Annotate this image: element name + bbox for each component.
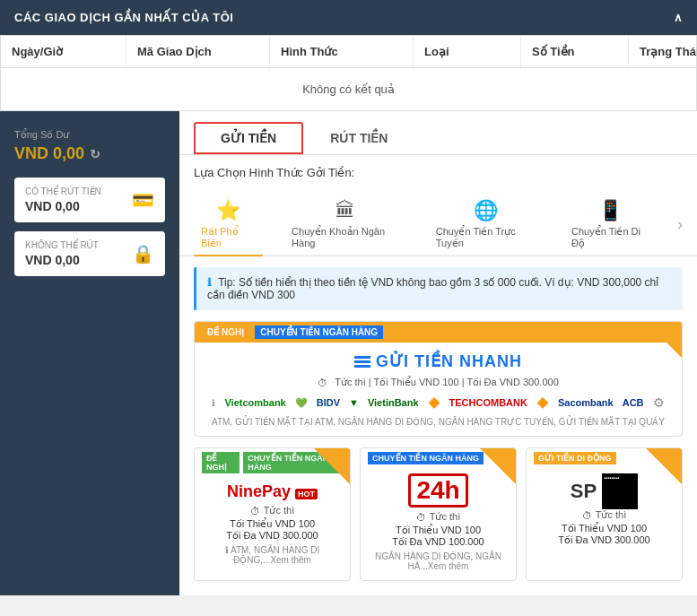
24h-max: Tối Đa VND 100.000 bbox=[370, 536, 507, 548]
cannot-withdraw-value: VND 0,00 bbox=[25, 253, 99, 267]
locked-card-icon: 🔒 bbox=[132, 243, 154, 265]
ninepay-corner-ribbon bbox=[314, 448, 350, 484]
main-content: Tổng Số Dư VND 0,00 ↻ CÓ THỂ RÚT TIỀN VN… bbox=[0, 111, 697, 595]
24h-min: Tối Thiểu VND 100 bbox=[370, 525, 507, 536]
clock-icon: ⏱ bbox=[416, 512, 426, 523]
ninepay-min: Tối Thiểu VND 100 bbox=[204, 518, 341, 530]
col-amount: Số Tiền bbox=[521, 36, 629, 67]
col-date: Ngày/Giờ bbox=[1, 36, 126, 67]
ninepay-card-body: NinePay HOT ⏱ Tức thì Tối Thiểu VND 100 … bbox=[195, 477, 350, 574]
balance-value: VND 0,00 ↻ bbox=[14, 144, 165, 163]
collapse-icon[interactable]: ∧ bbox=[674, 11, 684, 24]
col-status: Trạng Thái bbox=[629, 36, 697, 67]
method-popular[interactable]: ⭐ Rất Phổ Biến bbox=[194, 194, 263, 256]
methods-chevron-right[interactable]: › bbox=[677, 215, 683, 234]
col-type: Loại bbox=[414, 36, 521, 67]
cannot-withdraw-label: KHÔNG THỂ RÚT bbox=[25, 240, 99, 250]
logo-techcombank: TECHCOMBANK bbox=[449, 397, 527, 408]
tab-withdraw[interactable]: RÚT TIỀN bbox=[303, 122, 414, 154]
section-header: CÁC GIAO DỊCH GẦN NHẤT CỦA TÔI ∧ bbox=[0, 0, 697, 35]
table-header: Ngày/Giờ Mã Giao Dịch Hình Thức Loại Số … bbox=[1, 36, 696, 68]
tip-box: ℹ Tip: Số tiền hiển thị theo tiền tệ VND… bbox=[194, 267, 683, 310]
bottom-cards: ĐỀ NGHỊ CHUYỂN TIỀN NGÂN HÀNG NinePay HO… bbox=[179, 447, 697, 595]
deposit-form-label: Lựa Chọn Hình Thức Gởi Tiền: bbox=[179, 155, 697, 187]
balance-label: Tổng Số Dư bbox=[14, 129, 165, 141]
method-mobile[interactable]: 📱 Chuyển Tiền Di Độ bbox=[564, 194, 656, 256]
ninepay-logo: NinePay HOT bbox=[204, 482, 341, 501]
col-method: Hình Thức bbox=[270, 36, 414, 67]
tabs-row: GỬI TIỀN RÚT TIỀN bbox=[179, 111, 697, 155]
can-withdraw-label: CÓ THỂ RÚT TIỀN bbox=[25, 187, 101, 196]
corner-ribbon bbox=[646, 322, 682, 358]
cannot-withdraw-card: KHÔNG THỂ RÚT VND 0,00 🔒 bbox=[14, 231, 165, 276]
24h-instant: ⏱ Tức thì bbox=[370, 511, 507, 523]
can-withdraw-card: CÓ THỂ RÚT TIỀN VND 0,00 💳 bbox=[14, 178, 165, 222]
sp-card[interactable]: GỬI TIỀN DI ĐỘNG SP ⏱ Tức thì Tối Thiểu … bbox=[526, 447, 683, 581]
clock-icon: ⏱ bbox=[250, 506, 260, 516]
star-icon: ⭐ bbox=[216, 199, 240, 222]
info-icon: ℹ bbox=[207, 276, 212, 289]
transactions-table: Ngày/Giờ Mã Giao Dịch Hình Thức Loại Số … bbox=[0, 35, 697, 111]
info-icon: ℹ bbox=[225, 545, 229, 555]
main-card-header: ĐỀ NGHỊ CHUYỂN TIỀN NGÂN HÀNG bbox=[195, 322, 682, 343]
main-card-subtitle: ⏱ Tức thì | Tối Thiểu VND 100 | Tối Đa V… bbox=[205, 377, 671, 388]
speed-lines-icon bbox=[354, 356, 370, 368]
logo-bidv: BIDV bbox=[317, 397, 340, 408]
method-bank-transfer[interactable]: 🏛 Chuyển Khoản Ngân Hàng bbox=[284, 194, 407, 256]
ninepay-note: ℹ ATM, NGÂN HÀNG DI ĐỘNG,...Xem thêm bbox=[204, 545, 341, 565]
payment-methods: ⭐ Rất Phổ Biến 🏛 Chuyển Khoản Ngân Hàng … bbox=[179, 187, 697, 256]
right-panel: GỬI TIỀN RÚT TIỀN Lựa Chọn Hình Thức Gởi… bbox=[179, 111, 697, 595]
logo-vietinbank: VietinBank bbox=[368, 397, 419, 408]
ninepay-max: Tối Đa VND 300.000 bbox=[204, 530, 341, 542]
method-online[interactable]: 🌐 Chuyển Tiền Trực Tuyến bbox=[429, 194, 543, 256]
sp-corner-ribbon bbox=[646, 448, 682, 484]
ninepay-badge1: ĐỀ NGHỊ bbox=[202, 452, 240, 473]
badge-de-nghi: ĐỀ NGHỊ bbox=[202, 325, 249, 339]
bank-logos: ℹ Vietcombank 💚 BIDV ▼ VietinBank 🔶 TECH… bbox=[205, 395, 671, 410]
main-card-body: GỬI TIỀN NHANH ⏱ Tức thì | Tối Thiểu VND… bbox=[195, 343, 682, 436]
tab-deposit[interactable]: GỬI TIỀN bbox=[194, 122, 303, 154]
logo-sacombank: Sacombank bbox=[558, 397, 614, 408]
can-withdraw-value: VND 0,00 bbox=[25, 199, 101, 213]
bank-icon: 🏛 bbox=[335, 199, 355, 222]
ninepay-card[interactable]: ĐỀ NGHỊ CHUYỂN TIỀN NGÂN HÀNG NinePay HO… bbox=[194, 447, 351, 581]
mobile-icon: 📱 bbox=[598, 199, 623, 222]
logo-acb: ACB bbox=[623, 397, 644, 408]
24h-note: NGÂN HÀNG DI ĐỘNG, NGÂN HÀ...Xem thêm bbox=[370, 551, 507, 571]
table-empty-message: Không có kết quả bbox=[1, 68, 696, 110]
sp-badge1: GỬI TIỀN DI ĐỘNG bbox=[534, 452, 616, 464]
withdraw-card-icon: 💳 bbox=[132, 189, 154, 211]
24h-card[interactable]: CHUYỂN TIỀN NGÂN HÀNG 24h ⏱ Tức thì Tối … bbox=[360, 447, 517, 581]
main-bank-card[interactable]: ĐỀ NGHỊ CHUYỂN TIỀN NGÂN HÀNG GỬI TIỀN N… bbox=[194, 321, 683, 437]
sp-min: Tối Thiểu VND 100 bbox=[536, 523, 673, 534]
sp-max: Tối Đa VND 300.000 bbox=[536, 534, 673, 546]
sp-instant: ⏱ Tức thì bbox=[536, 509, 673, 521]
main-card-note: ATM, GỬI TIỀN MẶT TẠI ATM, NGÂN HÀNG DI … bbox=[205, 417, 671, 427]
qr-code-icon bbox=[602, 473, 638, 509]
left-sidebar: Tổng Số Dư VND 0,00 ↻ CÓ THỂ RÚT TIỀN VN… bbox=[0, 111, 179, 595]
badge-chuyen-tien: CHUYỂN TIỀN NGÂN HÀNG bbox=[255, 325, 383, 339]
col-id: Mã Giao Dịch bbox=[126, 36, 270, 67]
ninepay-instant: ⏱ Tức thì bbox=[204, 505, 341, 516]
section-title: CÁC GIAO DỊCH GẦN NHẤT CỦA TÔI bbox=[14, 11, 233, 24]
24h-corner-ribbon bbox=[480, 448, 516, 484]
clock-icon: ⏱ bbox=[582, 510, 592, 521]
24h-card-body: 24h ⏱ Tức thì Tối Thiểu VND 100 Tối Đa V… bbox=[361, 468, 516, 580]
logo-vietcombank: Vietcombank bbox=[224, 397, 285, 408]
refresh-icon[interactable]: ↻ bbox=[90, 147, 100, 161]
sp-logo: SP bbox=[571, 480, 597, 503]
24h-badge1: CHUYỂN TIỀN NGÂN HÀNG bbox=[368, 452, 484, 464]
clock-icon: ⏱ bbox=[318, 377, 327, 388]
main-card-title: GỬI TIỀN NHANH bbox=[205, 351, 671, 371]
globe-icon: 🌐 bbox=[474, 199, 498, 222]
